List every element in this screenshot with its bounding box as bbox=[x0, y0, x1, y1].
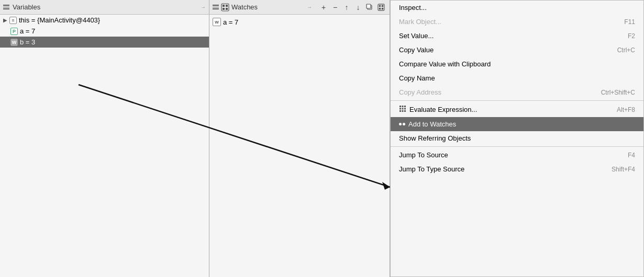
svg-rect-14 bbox=[399, 106, 401, 107]
menu-item-label: Copy Value bbox=[399, 46, 434, 54]
watches-settings-button[interactable] bbox=[376, 2, 386, 13]
menu-items-container: Inspect...Mark Object...F11Set Value...F… bbox=[391, 1, 643, 176]
variables-title: Variables bbox=[13, 3, 40, 11]
settings-icon bbox=[377, 4, 385, 11]
svg-rect-21 bbox=[402, 110, 404, 112]
menu-item-label: Copy Name bbox=[399, 74, 435, 82]
type-badge: ≡ bbox=[9, 17, 17, 24]
svg-rect-20 bbox=[399, 110, 401, 112]
remove-watch-button[interactable]: − bbox=[330, 2, 340, 13]
svg-rect-17 bbox=[399, 108, 401, 110]
watches-title: Watches bbox=[231, 3, 258, 11]
menu-item-shortcut: Ctrl+C bbox=[617, 47, 635, 54]
svg-rect-15 bbox=[402, 106, 404, 107]
variables-menu-icon[interactable] bbox=[3, 5, 9, 9]
type-badge: W bbox=[10, 39, 18, 46]
menu-item-shortcut: F11 bbox=[624, 18, 635, 26]
menu-item-copy_name[interactable]: Copy Name bbox=[391, 71, 643, 85]
menu-item-shortcut: Shift+F4 bbox=[612, 166, 635, 173]
watch-type-badge: W bbox=[213, 18, 221, 26]
menu-item-shortcut: F2 bbox=[628, 32, 635, 40]
variables-header: Variables → bbox=[0, 0, 209, 15]
menu-item-set_value[interactable]: Set Value...F2 bbox=[391, 29, 643, 43]
svg-rect-19 bbox=[404, 108, 406, 110]
menu-item-jump_to_type[interactable]: Jump To Type SourceShift+F4 bbox=[391, 162, 643, 176]
watches-pin[interactable]: → bbox=[307, 4, 312, 10]
watches-panel: Watches → + − ↑ ↓ bbox=[209, 0, 390, 277]
variables-panel: Variables → ▶ ≡ this = {MainActivity@440… bbox=[0, 0, 209, 277]
svg-rect-2 bbox=[223, 8, 225, 10]
copy-watch-button[interactable] bbox=[364, 2, 375, 13]
svg-rect-4 bbox=[226, 8, 228, 10]
expand-arrow-icon: ▶ bbox=[3, 17, 7, 23]
watches-menu-icon[interactable] bbox=[213, 5, 219, 9]
svg-rect-11 bbox=[382, 7, 384, 9]
svg-rect-18 bbox=[402, 108, 404, 110]
context-menu: Inspect...Mark Object...F11Set Value...F… bbox=[390, 0, 644, 277]
type-badge: P bbox=[10, 28, 18, 35]
svg-rect-3 bbox=[226, 5, 228, 7]
menu-item-label: Compare Value with Clipboard bbox=[399, 60, 491, 68]
copy-icon bbox=[366, 4, 373, 11]
menu-item-inspect[interactable]: Inspect... bbox=[391, 1, 643, 15]
menu-item-label: Show Referring Objects bbox=[399, 134, 471, 142]
svg-rect-16 bbox=[404, 106, 406, 107]
menu-item-copy_value[interactable]: Copy ValueCtrl+C bbox=[391, 43, 643, 57]
menu-item-label: Jump To Source bbox=[399, 151, 448, 159]
menu-item-evaluate_expression[interactable]: Evaluate Expression...Alt+F8 bbox=[391, 102, 643, 117]
menu-divider bbox=[391, 146, 643, 147]
list-item[interactable]: P a = 7 bbox=[0, 26, 209, 37]
menu-item-show_referring[interactable]: Show Referring Objects bbox=[391, 131, 643, 145]
menu-item-jump_to_source[interactable]: Jump To SourceF4 bbox=[391, 148, 643, 162]
variables-list: ▶ ≡ this = {MainActivity@4403} P a = 7 W… bbox=[0, 15, 209, 277]
menu-item-label: Add to Watches bbox=[399, 120, 456, 128]
add-watch-button[interactable]: + bbox=[318, 2, 329, 13]
move-down-button[interactable]: ↓ bbox=[353, 2, 363, 13]
variables-pin[interactable]: → bbox=[201, 4, 206, 10]
svg-rect-1 bbox=[223, 5, 225, 7]
variable-text: a = 7 bbox=[20, 27, 35, 35]
svg-rect-9 bbox=[379, 7, 381, 9]
dots-icon bbox=[399, 123, 405, 125]
menu-divider bbox=[391, 100, 643, 101]
menu-item-copy_address: Copy AddressCtrl+Shift+C bbox=[391, 85, 643, 99]
menu-item-shortcut: Alt+F8 bbox=[617, 106, 635, 113]
menu-item-shortcut: Ctrl+Shift+C bbox=[601, 89, 635, 96]
watches-icon bbox=[221, 3, 229, 11]
menu-item-label: Jump To Type Source bbox=[399, 165, 464, 173]
menu-item-add_to_watches[interactable]: Add to Watches bbox=[391, 117, 643, 131]
list-item[interactable]: ▶ ≡ this = {MainActivity@4403} bbox=[0, 15, 209, 26]
svg-rect-22 bbox=[404, 110, 406, 112]
variable-text: this = {MainActivity@4403} bbox=[19, 16, 100, 24]
menu-item-label: Copy Address bbox=[399, 88, 441, 96]
grid-icon bbox=[399, 105, 406, 114]
menu-item-label: Inspect... bbox=[399, 4, 427, 11]
menu-item-label: Mark Object... bbox=[399, 18, 441, 26]
move-up-button[interactable]: ↑ bbox=[341, 2, 352, 13]
svg-rect-6 bbox=[367, 4, 371, 8]
menu-item-mark_object: Mark Object...F11 bbox=[391, 15, 643, 29]
variable-text: b = 3 bbox=[20, 38, 35, 46]
list-item[interactable]: W b = 3 bbox=[0, 37, 209, 48]
watches-content: W a = 7 bbox=[209, 15, 390, 277]
menu-item-label: Set Value... bbox=[399, 32, 434, 40]
menu-item-compare_clipboard[interactable]: Compare Value with Clipboard bbox=[391, 57, 643, 71]
menu-item-label: Evaluate Expression... bbox=[399, 105, 477, 114]
svg-rect-10 bbox=[382, 5, 384, 7]
svg-rect-8 bbox=[379, 5, 381, 7]
list-item[interactable]: W a = 7 bbox=[213, 17, 386, 27]
menu-item-shortcut: F4 bbox=[628, 152, 635, 159]
watch-text: a = 7 bbox=[223, 18, 238, 26]
watches-toolbar: Watches → + − ↑ ↓ bbox=[209, 0, 390, 15]
